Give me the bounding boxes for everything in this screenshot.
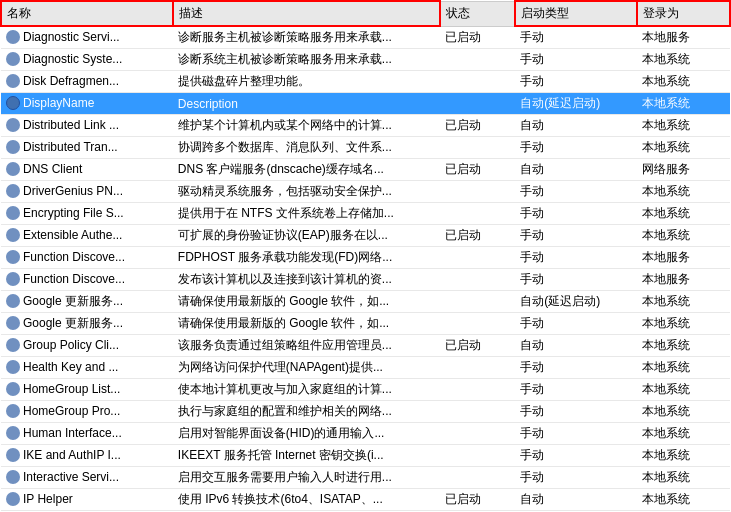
service-name-cell: Function Discove...	[1, 269, 173, 291]
table-row[interactable]: Encrypting File S...提供用于在 NTFS 文件系统卷上存储加…	[1, 203, 730, 225]
service-starttype-cell: 手动	[515, 49, 637, 71]
service-name-text: Diagnostic Syste...	[23, 52, 122, 66]
service-name-text: DisplayName	[23, 96, 94, 110]
service-logon-cell: 本地系统	[637, 489, 730, 511]
table-row[interactable]: Group Policy Cli...该服务负责通过组策略组件应用管理员...已…	[1, 335, 730, 357]
gear-icon	[6, 74, 20, 88]
service-name-text: HomeGroup List...	[23, 382, 120, 396]
table-row[interactable]: Diagnostic Syste...诊断系统主机被诊断策略服务用来承载...手…	[1, 49, 730, 71]
service-desc-cell: 执行与家庭组的配置和维护相关的网络...	[173, 401, 440, 423]
table-body: Diagnostic Servi...诊断服务主机被诊断策略服务用来承载...已…	[1, 26, 730, 511]
service-status-cell	[440, 467, 515, 489]
service-name-cell: Function Discove...	[1, 247, 173, 269]
service-status-cell	[440, 401, 515, 423]
table-row[interactable]: Google 更新服务...请确保使用最新版的 Google 软件，如...自动…	[1, 291, 730, 313]
gear-icon	[6, 52, 20, 66]
gear-icon	[6, 426, 20, 440]
service-starttype-cell: 自动	[515, 159, 637, 181]
service-name-cell: IP Helper	[1, 489, 173, 511]
service-starttype-cell: 手动	[515, 26, 637, 49]
service-logon-cell: 本地系统	[637, 335, 730, 357]
table-row[interactable]: HomeGroup List...使本地计算机更改与加入家庭组的计算...手动本…	[1, 379, 730, 401]
col-header-logon[interactable]: 登录为	[637, 1, 730, 26]
table-row[interactable]: Function Discove...发布该计算机以及连接到该计算机的资...手…	[1, 269, 730, 291]
service-desc-cell: 提供磁盘碎片整理功能。	[173, 71, 440, 93]
service-name-cell: Diagnostic Servi...	[1, 26, 173, 49]
gear-icon	[6, 294, 20, 308]
service-name-text: IKE and AuthIP I...	[23, 448, 121, 462]
service-logon-cell: 本地系统	[637, 137, 730, 159]
table-row[interactable]: Extensible Authe...可扩展的身份验证协议(EAP)服务在以..…	[1, 225, 730, 247]
table-row[interactable]: Health Key and ...为网络访问保护代理(NAPAgent)提供.…	[1, 357, 730, 379]
gear-icon	[6, 140, 20, 154]
service-starttype-cell: 手动	[515, 137, 637, 159]
service-name-cell: HomeGroup List...	[1, 379, 173, 401]
service-desc-cell: 请确保使用最新版的 Google 软件，如...	[173, 291, 440, 313]
service-status-cell: 已启动	[440, 489, 515, 511]
service-name-text: Extensible Authe...	[23, 228, 122, 242]
service-name-cell: DisplayName	[1, 93, 173, 115]
service-starttype-cell: 手动	[515, 401, 637, 423]
table-row[interactable]: Diagnostic Servi...诊断服务主机被诊断策略服务用来承载...已…	[1, 26, 730, 49]
service-desc-cell: 诊断服务主机被诊断策略服务用来承载...	[173, 26, 440, 49]
table-row[interactable]: Human Interface...启用对智能界面设备(HID)的通用输入...…	[1, 423, 730, 445]
col-header-name[interactable]: 名称	[1, 1, 173, 26]
service-name-text: Google 更新服务...	[23, 294, 123, 308]
gear-icon	[6, 162, 20, 176]
service-desc-cell: FDPHOST 服务承载功能发现(FD)网络...	[173, 247, 440, 269]
service-starttype-cell: 手动	[515, 269, 637, 291]
table-row[interactable]: DNS ClientDNS 客户端服务(dnscache)缓存域名...已启动自…	[1, 159, 730, 181]
gear-icon	[6, 338, 20, 352]
gear-icon	[6, 250, 20, 264]
table-row[interactable]: Interactive Servi...启用交互服务需要用户输入人时进行用...…	[1, 467, 730, 489]
service-starttype-cell: 自动(延迟启动)	[515, 93, 637, 115]
service-name-cell: Health Key and ...	[1, 357, 173, 379]
service-desc-cell: 驱动精灵系统服务，包括驱动安全保护...	[173, 181, 440, 203]
service-logon-cell: 本地系统	[637, 115, 730, 137]
service-starttype-cell: 手动	[515, 203, 637, 225]
service-desc-cell: 诊断系统主机被诊断策略服务用来承载...	[173, 49, 440, 71]
service-desc-cell: 启用对智能界面设备(HID)的通用输入...	[173, 423, 440, 445]
service-desc-cell: 请确保使用最新版的 Google 软件，如...	[173, 313, 440, 335]
service-status-cell	[440, 423, 515, 445]
table-row[interactable]: DisplayNameDescription自动(延迟启动)本地系统	[1, 93, 730, 115]
service-starttype-cell: 手动	[515, 445, 637, 467]
service-desc-cell: 维护某个计算机内或某个网络中的计算...	[173, 115, 440, 137]
service-status-cell	[440, 357, 515, 379]
gear-icon	[6, 448, 20, 462]
table-row[interactable]: Distributed Link ...维护某个计算机内或某个网络中的计算...…	[1, 115, 730, 137]
col-header-starttype[interactable]: 启动类型	[515, 1, 637, 26]
service-logon-cell: 本地系统	[637, 203, 730, 225]
service-status-cell: 已启动	[440, 225, 515, 247]
service-desc-cell: 协调跨多个数据库、消息队列、文件系...	[173, 137, 440, 159]
table-header-row: 名称 描述 状态 启动类型 登录为	[1, 1, 730, 26]
table-row[interactable]: IP Helper使用 IPv6 转换技术(6to4、ISATAP、...已启动…	[1, 489, 730, 511]
table-row[interactable]: DriverGenius PN...驱动精灵系统服务，包括驱动安全保护...手动…	[1, 181, 730, 203]
service-logon-cell: 本地系统	[637, 313, 730, 335]
service-starttype-cell: 自动	[515, 489, 637, 511]
col-header-desc[interactable]: 描述	[173, 1, 440, 26]
service-logon-cell: 本地系统	[637, 467, 730, 489]
service-name-cell: Encrypting File S...	[1, 203, 173, 225]
service-logon-cell: 本地系统	[637, 71, 730, 93]
service-logon-cell: 本地系统	[637, 225, 730, 247]
service-desc-cell: IKEEXT 服务托管 Internet 密钥交换(i...	[173, 445, 440, 467]
table-row[interactable]: HomeGroup Pro...执行与家庭组的配置和维护相关的网络...手动本地…	[1, 401, 730, 423]
service-starttype-cell: 手动	[515, 225, 637, 247]
table-row[interactable]: Disk Defragmen...提供磁盘碎片整理功能。手动本地系统	[1, 71, 730, 93]
table-row[interactable]: Google 更新服务...请确保使用最新版的 Google 软件，如...手动…	[1, 313, 730, 335]
table-row[interactable]: IKE and AuthIP I...IKEEXT 服务托管 Internet …	[1, 445, 730, 467]
service-desc-cell: DNS 客户端服务(dnscache)缓存域名...	[173, 159, 440, 181]
table-row[interactable]: Function Discove...FDPHOST 服务承载功能发现(FD)网…	[1, 247, 730, 269]
service-name-cell: Distributed Link ...	[1, 115, 173, 137]
gear-highlight-icon	[6, 96, 20, 110]
table-row[interactable]: Distributed Tran...协调跨多个数据库、消息队列、文件系...手…	[1, 137, 730, 159]
service-starttype-cell: 手动	[515, 247, 637, 269]
col-header-status[interactable]: 状态	[440, 1, 515, 26]
service-name-cell: Human Interface...	[1, 423, 173, 445]
service-name-text: Group Policy Cli...	[23, 338, 119, 352]
service-starttype-cell: 自动(延迟启动)	[515, 291, 637, 313]
service-name-text: Distributed Tran...	[23, 140, 118, 154]
service-name-text: DriverGenius PN...	[23, 184, 123, 198]
services-table-container[interactable]: 名称 描述 状态 启动类型 登录为 Diagnostic Servi...诊断服…	[0, 0, 731, 512]
